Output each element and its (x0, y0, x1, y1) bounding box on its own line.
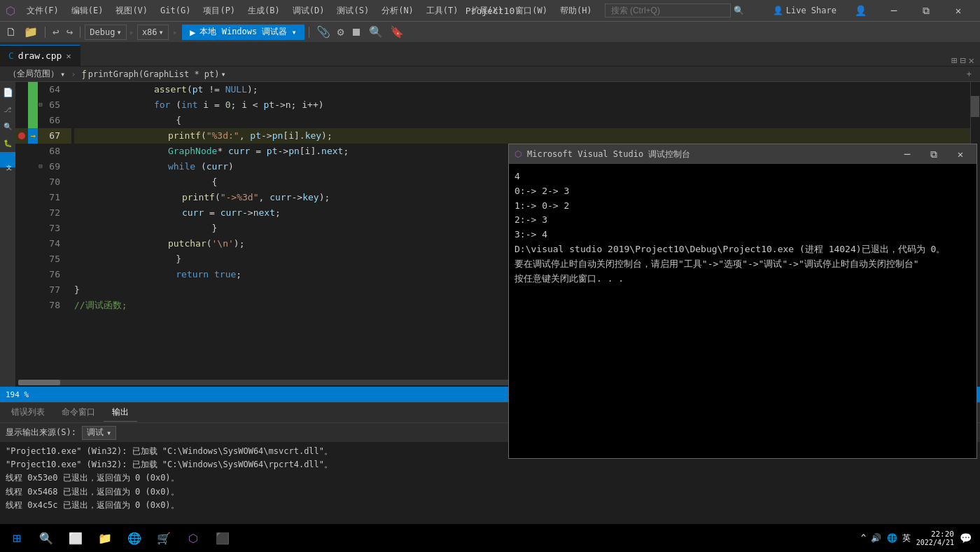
output-line-4: 线程 0x5468 已退出，返回值为 0 (0x0)。 (6, 485, 974, 499)
activity-text[interactable]: 文 (0, 152, 15, 167)
output-source-select[interactable]: 调试 ▾ (82, 426, 116, 440)
menu-project[interactable]: 项目(P) (197, 4, 241, 18)
close-panel-icon[interactable]: ✕ (969, 55, 974, 66)
minimize-button[interactable]: ─ (878, 0, 910, 21)
window-controls: ─ ⧉ ✕ (878, 0, 974, 21)
tab-list-icon[interactable]: ⊞ (951, 55, 957, 66)
taskbar-search[interactable]: 🔍 (32, 525, 60, 551)
live-share-icon: 👤 (773, 6, 783, 15)
function-value: printGraph(GraphList * pt) (88, 69, 220, 79)
platform-dropdown[interactable]: x86 ▾ (137, 25, 169, 40)
restore-button[interactable]: ⧉ (910, 0, 942, 21)
fold-gutter-65[interactable]: ⊟ (38, 100, 43, 110)
taskbar-term[interactable]: ⬛ (209, 525, 237, 551)
title-bar: ⬡ 文件(F) 编辑(E) 视图(V) Git(G) 项目(P) 生成(B) 调… (0, 0, 980, 21)
console-line-4: 2:-> 3 (514, 213, 971, 228)
function-icon: ƒ (81, 69, 86, 79)
gutter-78: 78 (15, 298, 71, 313)
search-icon: 🔍 (734, 6, 744, 15)
menu-tools[interactable]: 工具(T) (421, 4, 464, 18)
taskbar-devenv[interactable]: ⬡ (179, 525, 207, 551)
menu-analyze[interactable]: 分析(N) (376, 4, 419, 18)
live-share-button[interactable]: 👤 Live Share (766, 4, 844, 17)
breadcrumb-separator: › (71, 69, 76, 79)
new-file-icon[interactable]: 🗋 (3, 24, 20, 40)
scroll-thumb-right[interactable] (971, 96, 979, 117)
console-minimize[interactable]: ─ (897, 146, 918, 162)
menu-build[interactable]: 生成(B) (242, 4, 286, 18)
taskbar-edge[interactable]: 🌐 (120, 525, 148, 551)
h-scroll-thumb[interactable] (18, 380, 60, 385)
taskbar-taskview[interactable]: ⬜ (62, 525, 90, 551)
menu-edit[interactable]: 编辑(E) (66, 4, 109, 18)
activity-explorer[interactable]: 📄 (0, 85, 15, 100)
redo-icon[interactable]: ↪ (64, 24, 76, 40)
menu-test[interactable]: 测试(S) (331, 4, 374, 18)
taskbar-start[interactable]: ⊞ (3, 525, 31, 551)
close-button[interactable]: ✕ (942, 0, 974, 21)
menu-help[interactable]: 帮助(H) (554, 4, 598, 18)
activity-search[interactable]: 🔍 (0, 118, 15, 134)
tab-draw-cpp[interactable]: C draw.cpp ✕ (0, 45, 80, 66)
debug-config-dropdown[interactable]: Debug ▾ (85, 25, 126, 40)
activity-bar: 📄 ⎇ 🔍 🐛 文 (0, 82, 15, 387)
search-toolbar-icon[interactable]: 🔍 (366, 24, 386, 40)
taskbar-date: 2022/4/21 (916, 539, 954, 546)
open-file-icon[interactable]: 📁 (21, 24, 41, 40)
notification-icon[interactable]: 💬 (960, 532, 972, 544)
editor-tabs: C draw.cpp ✕ ⊞ ⊟ ✕ (0, 42, 980, 67)
line-num-65: 65 (43, 98, 66, 112)
console-icon: ⬡ (514, 149, 522, 159)
gutter-77: 77 (15, 282, 71, 298)
bookmark-icon[interactable]: 🔖 (387, 24, 407, 40)
console-title-text: Microsoft Visual Studio 调试控制台 (527, 149, 690, 160)
line-gutter: 64 ⊟ 65 66 (15, 82, 71, 378)
activity-git[interactable]: ⎇ (0, 102, 15, 117)
taskbar-time: 22:20 (916, 530, 954, 539)
console-close[interactable]: ✕ (950, 146, 971, 162)
search-input[interactable] (605, 4, 731, 18)
fold-icon-65: ⊟ (38, 100, 42, 110)
menu-view[interactable]: 视图(V) (110, 4, 153, 18)
console-maximize[interactable]: ⧉ (923, 146, 944, 162)
run-button-group: ▶ 本地 Windows 调试器 ▾ (182, 25, 304, 40)
console-popup: ⬡ Microsoft Visual Studio 调试控制台 ─ ⧉ ✕ 4 … (508, 144, 977, 459)
settings-icon[interactable]: ⚙ (335, 24, 347, 40)
taskbar-explorer[interactable]: 📁 (91, 525, 119, 551)
system-tray-icons: ^ 🔊 🌐 英 (861, 532, 911, 544)
breadcrumb-function[interactable]: ƒ printGraph(GraphList * pt) ▾ (78, 67, 228, 81)
run-button[interactable]: ▶ 本地 Windows 调试器 ▾ (182, 25, 304, 40)
attach-icon[interactable]: 📎 (314, 24, 333, 40)
tab-command[interactable]: 命令窗口 (53, 403, 104, 422)
account-icon[interactable]: 👤 (849, 5, 872, 16)
line-num-74: 74 (43, 237, 66, 251)
activity-debug[interactable]: 🐛 (0, 135, 15, 151)
add-breakpoint-icon[interactable]: + (964, 69, 974, 79)
debug-stop-icon[interactable]: ⏹ (348, 24, 365, 40)
tab-output[interactable]: 输出 (104, 403, 137, 422)
undo-icon[interactable]: ↩ (50, 24, 62, 40)
vs-logo: ⬡ (6, 4, 15, 18)
line-num-72: 72 (43, 206, 66, 220)
taskbar-store[interactable]: 🛒 (150, 525, 178, 551)
gutter-72: 72 (15, 205, 71, 221)
run-label: 本地 Windows 调试器 (200, 26, 287, 38)
menu-window[interactable]: 窗口(W) (510, 4, 553, 18)
console-output: 4 0:-> 2-> 3 1:-> 0-> 2 2:-> 3 3:-> 4 D:… (509, 164, 976, 458)
gutter-76: 76 (15, 267, 71, 282)
tab-errors[interactable]: 错误列表 (3, 403, 53, 422)
cpp-file-icon: C (8, 50, 14, 61)
output-source-value: 调试 (87, 427, 104, 439)
console-line-3: 1:-> 0-> 2 (514, 199, 971, 214)
tab-close-icon[interactable]: ✕ (66, 51, 71, 61)
menu-debug[interactable]: 调试(D) (287, 4, 330, 18)
fold-gutter-69[interactable]: ⊟ (38, 162, 43, 172)
output-line-5: 线程 0x4c5c 已退出，返回值为 0 (0x0)。 (6, 499, 974, 512)
menu-git[interactable]: Git(G) (155, 4, 196, 17)
gutter-64: 64 (15, 82, 71, 97)
split-editor-icon[interactable]: ⊟ (960, 55, 965, 66)
gutter-71: 71 (15, 190, 71, 205)
menu-file[interactable]: 文件(F) (21, 4, 64, 18)
breadcrumb-scope[interactable]: （全局范围） ▾ (6, 67, 68, 81)
breakpoint-67[interactable] (15, 132, 28, 139)
